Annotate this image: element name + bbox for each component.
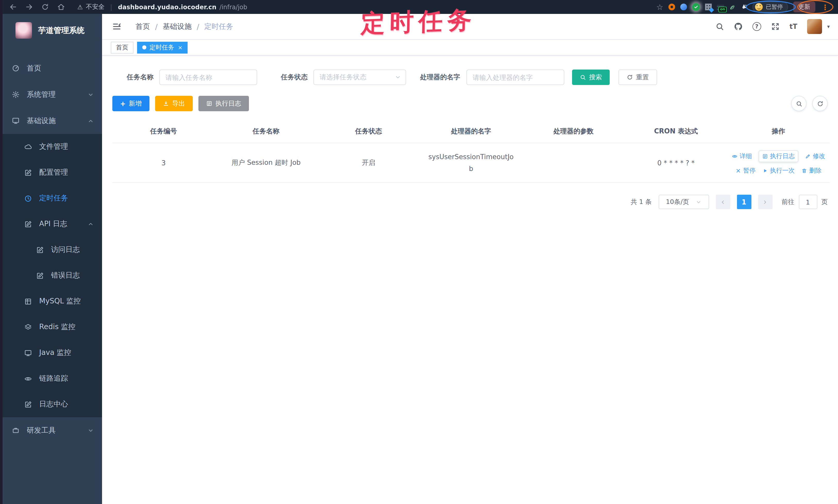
extensions-puzzle-icon[interactable] — [740, 4, 747, 10]
sidebar-item-file-management[interactable]: 文件管理 — [0, 134, 102, 160]
browser-toolbar: ⚠ 不安全 | dashboard.yudao.iocoder.cn/infra… — [0, 0, 838, 14]
cell-job-name: 用户 Session 超时 Job — [215, 143, 317, 183]
page-unit-label: 页 — [821, 198, 828, 206]
chevron-left-icon — [720, 199, 726, 205]
refresh-table-button[interactable] — [812, 96, 828, 111]
table-header-row: 任务编号 任务名称 任务状态 处理器的名字 处理器的参数 CRON 表达式 操作 — [112, 120, 830, 143]
sidebar-item-home[interactable]: 首页 — [0, 55, 102, 82]
handler-name-input[interactable] — [467, 70, 564, 85]
sidebar-item-system-management[interactable]: 系统管理 — [0, 82, 102, 108]
search-button[interactable]: 搜索 — [572, 70, 610, 85]
goto-page-input[interactable] — [799, 195, 817, 209]
delete-link[interactable]: 删除 — [801, 166, 821, 175]
sidebar-item-dev-tools[interactable]: 研发工具 — [0, 417, 102, 444]
browser-home-icon[interactable] — [57, 3, 65, 11]
pause-link-label: 暂停 — [743, 166, 755, 175]
sidebar-item-infrastructure[interactable]: 基础设施 — [0, 108, 102, 134]
briefcase-icon — [12, 427, 20, 434]
sidebar-item-redis-monitor[interactable]: Redis 监控 — [0, 314, 102, 340]
app-logo[interactable]: 芋道管理系统 — [0, 14, 102, 47]
chevron-down-icon — [395, 74, 401, 80]
tag-home[interactable]: 首页 — [111, 41, 134, 53]
breadcrumb-section[interactable]: 基础设施 — [162, 22, 191, 31]
detail-link[interactable]: 详细 — [732, 152, 752, 161]
extension-icon-green-check[interactable] — [692, 3, 700, 11]
url-path[interactable]: /infra/job — [220, 3, 247, 11]
sidebar-item-error-log[interactable]: 错误日志 — [0, 263, 102, 288]
address-divider: | — [110, 3, 112, 11]
sidebar-item-scheduled-jobs[interactable]: 定时任务 — [0, 185, 102, 211]
url-host[interactable]: dashboard.yudao.iocoder.cn — [118, 3, 216, 11]
sidebar-item-config-management[interactable]: 配置管理 — [0, 160, 102, 185]
sidebar-item-trace[interactable]: 链路追踪 — [0, 366, 102, 392]
address-bar[interactable]: ⚠ 不安全 | dashboard.yudao.iocoder.cn/infra… — [77, 3, 247, 11]
font-size-icon[interactable]: tT — [789, 23, 797, 30]
extension-icon-tampermonkey[interactable]: on — [717, 4, 724, 10]
extension-icon-grid[interactable] — [705, 4, 712, 10]
document-icon — [24, 400, 32, 408]
run-once-link[interactable]: 执行一次 — [762, 166, 795, 175]
job-status-select[interactable]: 请选择任务状态 — [313, 70, 406, 85]
github-icon[interactable] — [734, 22, 743, 31]
add-button[interactable]: + 新增 — [112, 96, 150, 111]
next-page-button[interactable] — [758, 195, 772, 209]
extension-icon-leaf[interactable] — [729, 4, 735, 10]
current-page-button[interactable]: 1 — [737, 195, 751, 209]
actions-line-1: 详细 执行日志 修改 — [727, 150, 830, 162]
sidebar-item-access-log[interactable]: 访问日志 — [0, 237, 102, 263]
hamburger-fold-icon[interactable] — [112, 22, 122, 32]
check-icon — [694, 5, 698, 9]
tag-scheduled-jobs[interactable]: 定时任务 × — [137, 41, 188, 53]
job-name-input[interactable] — [159, 70, 257, 85]
browser-forward-icon[interactable] — [25, 3, 33, 11]
export-button[interactable]: 导出 — [155, 96, 193, 111]
browser-menu-kebab-icon[interactable]: ⋮ — [821, 3, 829, 11]
sidebar-item-mysql-monitor[interactable]: MySQL 监控 — [0, 288, 102, 314]
sidebar-item-java-monitor[interactable]: Java 监控 — [0, 340, 102, 366]
layers-icon — [24, 323, 32, 331]
sidebar-item-label: 研发工具 — [27, 426, 56, 435]
edit-link[interactable]: 修改 — [805, 152, 825, 161]
monitor-icon — [24, 349, 32, 357]
toggle-search-button[interactable] — [791, 96, 806, 111]
prev-page-button[interactable] — [716, 195, 730, 209]
paused-extension-chip[interactable]: 已暂停 — [752, 2, 788, 12]
breadcrumb-separator: / — [197, 22, 199, 31]
sidebar-item-label: 系统管理 — [27, 90, 56, 99]
puzzle-icon — [740, 4, 747, 10]
help-icon[interactable]: ? — [752, 22, 761, 31]
download-icon — [163, 101, 169, 107]
close-icon[interactable]: × — [178, 44, 182, 51]
extension-icon-blue[interactable] — [680, 4, 687, 10]
breadcrumb-home[interactable]: 首页 — [136, 22, 150, 31]
gear-icon — [12, 91, 20, 98]
fullscreen-icon[interactable] — [771, 22, 780, 31]
exec-log-button[interactable]: 执行日志 — [198, 96, 249, 111]
refresh-icon — [627, 74, 633, 80]
extension-icon-orange[interactable] — [668, 4, 675, 10]
caret-down-icon[interactable]: ▾ — [827, 24, 830, 29]
page-size-select[interactable]: 10条/页 — [658, 195, 709, 209]
col-job-name: 任务名称 — [215, 120, 317, 143]
sidebar-item-api-log[interactable]: API 日志 — [0, 211, 102, 237]
run-once-link-label: 执行一次 — [770, 166, 795, 175]
log-icon — [24, 220, 32, 228]
reset-button[interactable]: 重置 — [618, 70, 657, 85]
pause-link[interactable]: 暂停 — [735, 166, 755, 175]
list-icon — [762, 154, 768, 159]
browser-reload-icon[interactable] — [41, 3, 49, 11]
cell-handler-param — [522, 143, 625, 183]
cell-job-status: 开启 — [317, 143, 420, 183]
avatar[interactable] — [807, 19, 822, 34]
search-icon[interactable] — [715, 22, 724, 31]
tag-label: 首页 — [116, 43, 128, 52]
security-label[interactable]: 不安全 — [86, 3, 105, 11]
chevron-right-icon — [762, 199, 768, 205]
sidebar-item-log-center[interactable]: 日志中心 — [0, 392, 102, 417]
chevron-down-icon — [696, 199, 701, 205]
goto-label: 前往 — [782, 198, 795, 206]
bookmark-star-icon[interactable]: ☆ — [656, 2, 663, 12]
browser-back-icon[interactable] — [9, 3, 17, 11]
exec-log-link[interactable]: 执行日志 — [758, 150, 798, 162]
browser-update-button[interactable]: 更新 — [793, 2, 815, 12]
